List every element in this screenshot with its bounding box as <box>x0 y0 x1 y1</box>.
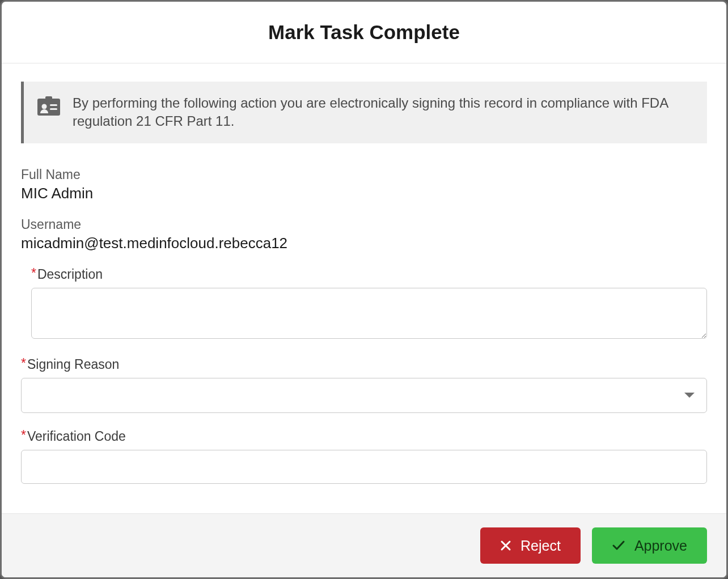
username-block: Username micadmin@test.medinfocloud.rebe… <box>21 217 707 252</box>
description-input[interactable] <box>31 288 707 339</box>
approve-button-label: Approve <box>634 538 687 554</box>
approve-button[interactable]: Approve <box>592 527 707 564</box>
svg-rect-1 <box>45 96 52 101</box>
reject-button-label: Reject <box>520 538 561 554</box>
svg-rect-4 <box>50 108 57 110</box>
verification-code-group: *Verification Code <box>21 429 707 484</box>
username-value: micadmin@test.medinfocloud.rebecca12 <box>21 235 707 252</box>
signing-reason-label: *Signing Reason <box>21 357 707 372</box>
modal-body: By performing the following action you a… <box>2 63 726 513</box>
signing-reason-group: *Signing Reason <box>21 357 707 413</box>
description-label: *Description <box>21 267 707 282</box>
svg-rect-3 <box>50 104 57 106</box>
chevron-down-icon <box>684 388 695 403</box>
full-name-value: MIC Admin <box>21 185 707 202</box>
compliance-notice-text: By performing the following action you a… <box>73 94 691 131</box>
required-asterisk: * <box>31 266 36 280</box>
full-name-block: Full Name MIC Admin <box>21 167 707 202</box>
reject-button[interactable]: Reject <box>480 527 581 564</box>
modal-footer: Reject Approve <box>2 513 726 577</box>
signing-reason-select[interactable] <box>21 378 707 413</box>
full-name-label: Full Name <box>21 167 707 182</box>
modal-title: Mark Task Complete <box>13 21 715 44</box>
required-asterisk: * <box>21 428 26 442</box>
svg-point-2 <box>42 104 47 109</box>
modal-mark-task-complete: Mark Task Complete By performing the fol… <box>0 0 728 579</box>
modal-header: Mark Task Complete <box>2 2 726 63</box>
check-icon <box>612 540 625 551</box>
verification-code-input[interactable] <box>21 450 707 484</box>
id-badge-icon <box>37 96 60 118</box>
required-asterisk: * <box>21 356 26 371</box>
close-icon <box>500 540 511 551</box>
description-group: *Description <box>21 267 707 341</box>
compliance-notice: By performing the following action you a… <box>21 82 707 143</box>
verification-code-label: *Verification Code <box>21 429 707 444</box>
username-label: Username <box>21 217 707 232</box>
